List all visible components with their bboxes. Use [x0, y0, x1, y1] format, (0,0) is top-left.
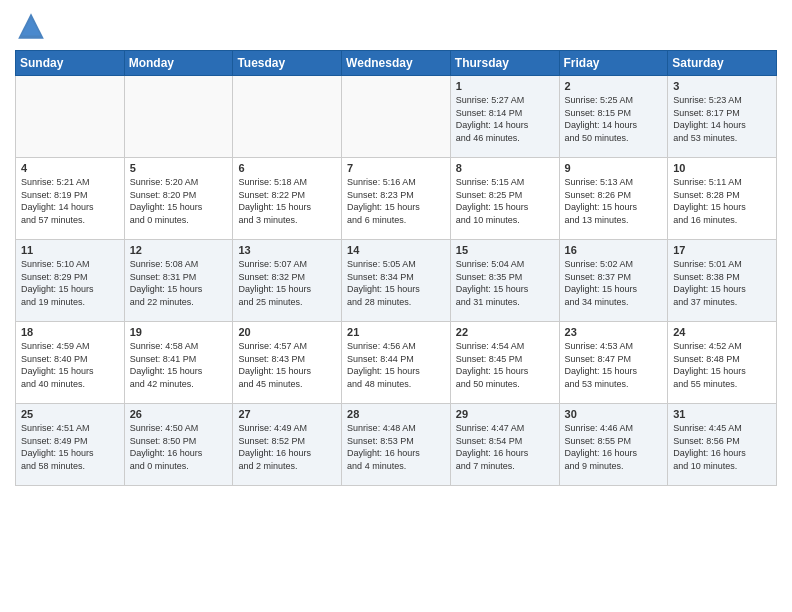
calendar-cell: 28Sunrise: 4:48 AM Sunset: 8:53 PM Dayli… [342, 404, 451, 486]
calendar-cell: 19Sunrise: 4:58 AM Sunset: 8:41 PM Dayli… [124, 322, 233, 404]
calendar-cell [342, 76, 451, 158]
calendar-cell: 8Sunrise: 5:15 AM Sunset: 8:25 PM Daylig… [450, 158, 559, 240]
day-number: 6 [238, 162, 336, 174]
day-number: 9 [565, 162, 663, 174]
calendar-cell: 1Sunrise: 5:27 AM Sunset: 8:14 PM Daylig… [450, 76, 559, 158]
day-number: 20 [238, 326, 336, 338]
day-info: Sunrise: 5:08 AM Sunset: 8:31 PM Dayligh… [130, 258, 228, 308]
day-number: 24 [673, 326, 771, 338]
day-info: Sunrise: 4:47 AM Sunset: 8:54 PM Dayligh… [456, 422, 554, 472]
calendar-cell: 11Sunrise: 5:10 AM Sunset: 8:29 PM Dayli… [16, 240, 125, 322]
day-number: 3 [673, 80, 771, 92]
day-info: Sunrise: 5:02 AM Sunset: 8:37 PM Dayligh… [565, 258, 663, 308]
day-info: Sunrise: 4:49 AM Sunset: 8:52 PM Dayligh… [238, 422, 336, 472]
weekday-header-friday: Friday [559, 51, 668, 76]
week-row-1: 1Sunrise: 5:27 AM Sunset: 8:14 PM Daylig… [16, 76, 777, 158]
calendar-cell: 24Sunrise: 4:52 AM Sunset: 8:48 PM Dayli… [668, 322, 777, 404]
day-info: Sunrise: 5:07 AM Sunset: 8:32 PM Dayligh… [238, 258, 336, 308]
calendar-cell: 29Sunrise: 4:47 AM Sunset: 8:54 PM Dayli… [450, 404, 559, 486]
calendar-cell: 12Sunrise: 5:08 AM Sunset: 8:31 PM Dayli… [124, 240, 233, 322]
day-info: Sunrise: 5:15 AM Sunset: 8:25 PM Dayligh… [456, 176, 554, 226]
calendar-cell: 13Sunrise: 5:07 AM Sunset: 8:32 PM Dayli… [233, 240, 342, 322]
day-number: 25 [21, 408, 119, 420]
weekday-header-saturday: Saturday [668, 51, 777, 76]
weekday-header-tuesday: Tuesday [233, 51, 342, 76]
calendar-cell: 30Sunrise: 4:46 AM Sunset: 8:55 PM Dayli… [559, 404, 668, 486]
calendar-cell: 15Sunrise: 5:04 AM Sunset: 8:35 PM Dayli… [450, 240, 559, 322]
day-number: 18 [21, 326, 119, 338]
calendar-cell: 26Sunrise: 4:50 AM Sunset: 8:50 PM Dayli… [124, 404, 233, 486]
calendar-cell: 23Sunrise: 4:53 AM Sunset: 8:47 PM Dayli… [559, 322, 668, 404]
calendar-cell: 5Sunrise: 5:20 AM Sunset: 8:20 PM Daylig… [124, 158, 233, 240]
day-info: Sunrise: 5:21 AM Sunset: 8:19 PM Dayligh… [21, 176, 119, 226]
day-number: 12 [130, 244, 228, 256]
day-number: 11 [21, 244, 119, 256]
day-info: Sunrise: 4:58 AM Sunset: 8:41 PM Dayligh… [130, 340, 228, 390]
day-info: Sunrise: 4:57 AM Sunset: 8:43 PM Dayligh… [238, 340, 336, 390]
day-number: 28 [347, 408, 445, 420]
day-number: 7 [347, 162, 445, 174]
week-row-4: 18Sunrise: 4:59 AM Sunset: 8:40 PM Dayli… [16, 322, 777, 404]
day-number: 31 [673, 408, 771, 420]
calendar-cell: 3Sunrise: 5:23 AM Sunset: 8:17 PM Daylig… [668, 76, 777, 158]
calendar-cell: 18Sunrise: 4:59 AM Sunset: 8:40 PM Dayli… [16, 322, 125, 404]
day-info: Sunrise: 4:59 AM Sunset: 8:40 PM Dayligh… [21, 340, 119, 390]
day-info: Sunrise: 4:51 AM Sunset: 8:49 PM Dayligh… [21, 422, 119, 472]
day-info: Sunrise: 5:18 AM Sunset: 8:22 PM Dayligh… [238, 176, 336, 226]
weekday-header-row: SundayMondayTuesdayWednesdayThursdayFrid… [16, 51, 777, 76]
calendar-cell: 22Sunrise: 4:54 AM Sunset: 8:45 PM Dayli… [450, 322, 559, 404]
day-number: 17 [673, 244, 771, 256]
day-info: Sunrise: 5:11 AM Sunset: 8:28 PM Dayligh… [673, 176, 771, 226]
day-number: 30 [565, 408, 663, 420]
day-number: 22 [456, 326, 554, 338]
day-info: Sunrise: 4:45 AM Sunset: 8:56 PM Dayligh… [673, 422, 771, 472]
calendar-cell: 25Sunrise: 4:51 AM Sunset: 8:49 PM Dayli… [16, 404, 125, 486]
day-info: Sunrise: 4:54 AM Sunset: 8:45 PM Dayligh… [456, 340, 554, 390]
day-info: Sunrise: 5:13 AM Sunset: 8:26 PM Dayligh… [565, 176, 663, 226]
week-row-5: 25Sunrise: 4:51 AM Sunset: 8:49 PM Dayli… [16, 404, 777, 486]
logo-icon [15, 10, 47, 42]
calendar-cell: 27Sunrise: 4:49 AM Sunset: 8:52 PM Dayli… [233, 404, 342, 486]
day-info: Sunrise: 4:48 AM Sunset: 8:53 PM Dayligh… [347, 422, 445, 472]
day-info: Sunrise: 4:52 AM Sunset: 8:48 PM Dayligh… [673, 340, 771, 390]
day-info: Sunrise: 4:50 AM Sunset: 8:50 PM Dayligh… [130, 422, 228, 472]
weekday-header-monday: Monday [124, 51, 233, 76]
page: SundayMondayTuesdayWednesdayThursdayFrid… [0, 0, 792, 612]
calendar-cell [124, 76, 233, 158]
day-info: Sunrise: 5:25 AM Sunset: 8:15 PM Dayligh… [565, 94, 663, 144]
day-info: Sunrise: 5:20 AM Sunset: 8:20 PM Dayligh… [130, 176, 228, 226]
calendar-cell: 9Sunrise: 5:13 AM Sunset: 8:26 PM Daylig… [559, 158, 668, 240]
day-number: 15 [456, 244, 554, 256]
day-number: 10 [673, 162, 771, 174]
day-number: 5 [130, 162, 228, 174]
weekday-header-thursday: Thursday [450, 51, 559, 76]
calendar-cell: 2Sunrise: 5:25 AM Sunset: 8:15 PM Daylig… [559, 76, 668, 158]
day-number: 1 [456, 80, 554, 92]
calendar-cell: 7Sunrise: 5:16 AM Sunset: 8:23 PM Daylig… [342, 158, 451, 240]
calendar-cell: 10Sunrise: 5:11 AM Sunset: 8:28 PM Dayli… [668, 158, 777, 240]
calendar-cell: 21Sunrise: 4:56 AM Sunset: 8:44 PM Dayli… [342, 322, 451, 404]
calendar-table: SundayMondayTuesdayWednesdayThursdayFrid… [15, 50, 777, 486]
day-number: 2 [565, 80, 663, 92]
logo [15, 10, 51, 42]
calendar-cell: 17Sunrise: 5:01 AM Sunset: 8:38 PM Dayli… [668, 240, 777, 322]
calendar-cell [233, 76, 342, 158]
week-row-2: 4Sunrise: 5:21 AM Sunset: 8:19 PM Daylig… [16, 158, 777, 240]
calendar-cell: 4Sunrise: 5:21 AM Sunset: 8:19 PM Daylig… [16, 158, 125, 240]
calendar-cell [16, 76, 125, 158]
day-number: 8 [456, 162, 554, 174]
day-number: 21 [347, 326, 445, 338]
calendar-cell: 31Sunrise: 4:45 AM Sunset: 8:56 PM Dayli… [668, 404, 777, 486]
day-number: 16 [565, 244, 663, 256]
day-info: Sunrise: 5:10 AM Sunset: 8:29 PM Dayligh… [21, 258, 119, 308]
day-number: 14 [347, 244, 445, 256]
day-number: 29 [456, 408, 554, 420]
day-number: 27 [238, 408, 336, 420]
day-info: Sunrise: 5:04 AM Sunset: 8:35 PM Dayligh… [456, 258, 554, 308]
weekday-header-wednesday: Wednesday [342, 51, 451, 76]
day-info: Sunrise: 4:56 AM Sunset: 8:44 PM Dayligh… [347, 340, 445, 390]
day-info: Sunrise: 5:05 AM Sunset: 8:34 PM Dayligh… [347, 258, 445, 308]
day-number: 23 [565, 326, 663, 338]
calendar-cell: 6Sunrise: 5:18 AM Sunset: 8:22 PM Daylig… [233, 158, 342, 240]
calendar-cell: 20Sunrise: 4:57 AM Sunset: 8:43 PM Dayli… [233, 322, 342, 404]
